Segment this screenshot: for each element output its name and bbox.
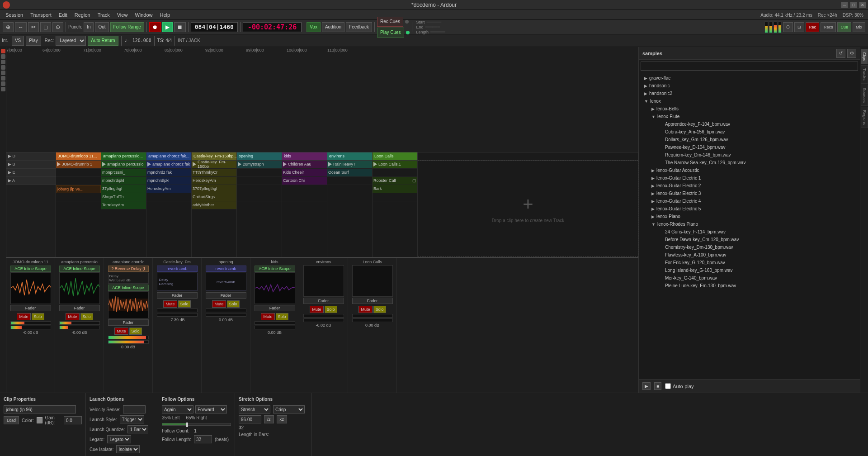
play-transport-btn[interactable]: ▶ bbox=[162, 22, 173, 32]
cue-row-D[interactable]: ▶ D bbox=[6, 152, 56, 161]
tree-item-guitar-acoustic[interactable]: lenox-Guitar Acoustic bbox=[639, 166, 860, 174]
crisp-select[interactable]: Crisp bbox=[273, 405, 305, 413]
mix-btn-right[interactable]: Mix bbox=[853, 22, 865, 32]
ch2-fader[interactable]: Fader bbox=[108, 319, 149, 326]
clip-3-5[interactable]: addyMother bbox=[192, 201, 236, 209]
tree-item-handsonic[interactable]: handsonic bbox=[639, 82, 860, 90]
tree-item-narrow-sea[interactable]: The Narrow Sea-key_Cm-126_bpm.wav bbox=[639, 159, 860, 166]
menu-transport[interactable]: Transport bbox=[27, 11, 55, 19]
rec-cues-btn[interactable]: Rec Cues bbox=[377, 17, 403, 27]
cue-btn-right[interactable]: Cue bbox=[837, 22, 851, 32]
style-select[interactable]: Trigger bbox=[120, 415, 144, 423]
clip-5-3[interactable] bbox=[282, 185, 327, 193]
clip-5-2[interactable]: Cartoon Chi bbox=[282, 177, 327, 185]
menu-edit[interactable]: Edit bbox=[55, 11, 71, 19]
left-icon-7[interactable] bbox=[1, 81, 5, 86]
punch-in-btn[interactable]: In bbox=[84, 22, 94, 32]
menu-view[interactable]: View bbox=[113, 11, 132, 19]
clip-4-1[interactable] bbox=[237, 169, 282, 177]
track-header-7[interactable]: Loon Calls bbox=[373, 152, 418, 161]
tree-item-rhodes[interactable]: lenox-Rhodes Piano bbox=[639, 220, 860, 228]
clip-3-3[interactable]: 3707plIngthgf bbox=[192, 185, 236, 193]
ch3-solo[interactable]: Solo bbox=[178, 300, 191, 308]
clip-1-1[interactable]: mpnprcssni_ bbox=[101, 169, 146, 177]
tree-item-mer-key[interactable]: Mer-key_G-140_bpm.wav bbox=[639, 274, 860, 282]
vs-btn[interactable]: VS bbox=[12, 36, 24, 46]
clip-3-1[interactable]: TTthThmkyCr bbox=[192, 169, 236, 177]
ch5-fader[interactable]: Fader bbox=[255, 305, 295, 311]
ch0-plugin[interactable]: ACE Inline Scope bbox=[10, 266, 51, 272]
play-cues-btn[interactable]: Play Cues bbox=[377, 28, 404, 38]
clip-0-1[interactable] bbox=[56, 169, 101, 177]
clip-2-4[interactable] bbox=[146, 193, 191, 201]
ch1-plugin[interactable]: ACE Inline Scope bbox=[59, 266, 100, 272]
clip-7-0[interactable]: Loon Calls.1 bbox=[373, 161, 417, 169]
samples-play-btn[interactable]: ▶ bbox=[642, 382, 651, 390]
track-header-2[interactable]: amapiano chordz fak... bbox=[146, 152, 192, 161]
auto-return-btn[interactable]: Auto Return bbox=[88, 36, 118, 46]
vel-input[interactable] bbox=[123, 405, 146, 413]
left-icon-3[interactable] bbox=[1, 60, 5, 64]
track-header-4[interactable]: opening bbox=[237, 152, 282, 161]
samples-refresh-btn[interactable]: ↺ bbox=[836, 49, 845, 58]
ch4-fader[interactable]: Fader bbox=[206, 292, 246, 299]
ch0-fader[interactable]: Fader bbox=[10, 305, 51, 311]
clip-1-3[interactable]: 37plIngthgf bbox=[101, 185, 146, 193]
clip-2-1[interactable]: mpnchrdz fak bbox=[146, 169, 191, 177]
tree-item-graver-flac[interactable]: graver-flac bbox=[639, 74, 860, 82]
ch3-mute[interactable]: Mute bbox=[163, 300, 177, 308]
clip-4-4[interactable] bbox=[237, 193, 282, 201]
clip-2-3[interactable]: HeroskeyAm bbox=[146, 185, 191, 193]
tb-right-1[interactable]: ⎔ bbox=[783, 22, 793, 32]
clip-0-0[interactable]: JOMO-drumrlp 1 bbox=[56, 161, 101, 169]
track-header-0[interactable]: JOMO-drumloop 11... bbox=[56, 152, 101, 161]
tab-tracks[interactable]: Tracks bbox=[861, 65, 868, 84]
tree-item-long-island[interactable]: Long Island-key_G-160_bpm.wav bbox=[639, 266, 860, 274]
ch5-plugin[interactable]: ACE Inline Scope bbox=[255, 266, 295, 272]
ch1-mute[interactable]: Mute bbox=[66, 313, 79, 320]
tree-item-handsonic2[interactable]: handsonic2 bbox=[639, 90, 860, 97]
ch2-solo[interactable]: Solo bbox=[129, 328, 142, 335]
clip-7-1[interactable] bbox=[373, 169, 417, 177]
stretch-select[interactable]: Stretch bbox=[239, 405, 270, 413]
tool-mode-4[interactable]: ◻ bbox=[40, 22, 51, 32]
ch0-solo[interactable]: Solo bbox=[32, 313, 44, 320]
ch4-plugin[interactable]: reverb-amb bbox=[206, 266, 246, 272]
tree-item-flawless[interactable]: Flawless-key_A-100_bpm.wav bbox=[639, 251, 860, 259]
clip-1-5[interactable]: TerrekeyAm bbox=[101, 201, 146, 209]
tb-right-2[interactable]: ⊡ bbox=[794, 22, 804, 32]
ch2-ace-plugin[interactable]: ACE Inline Scope bbox=[108, 285, 149, 291]
layered-select[interactable]: Layered bbox=[56, 36, 86, 46]
clip-6-0[interactable]: RainHeavyT bbox=[327, 161, 372, 169]
half-btn[interactable]: /2 bbox=[264, 415, 274, 423]
ch2-mute[interactable]: Mute bbox=[114, 328, 128, 335]
tree-item-chemistry[interactable]: Chemistry-key_Dm-130_bpm.wav bbox=[639, 243, 860, 251]
tree-item-apprentice[interactable]: Apprentice-key_F-104_bpm.wav bbox=[639, 120, 860, 128]
tree-item-lenox[interactable]: lenox bbox=[639, 97, 860, 105]
rec-btn-right[interactable]: Rec bbox=[806, 22, 819, 32]
ch7-solo[interactable]: Solo bbox=[373, 306, 386, 313]
clip-6-1[interactable]: Ocean Surf bbox=[327, 169, 372, 177]
drop-zone[interactable]: + Drop a clip here to create new Track bbox=[418, 161, 638, 257]
isolate-select[interactable]: Isolate bbox=[116, 445, 140, 453]
clip-0-4[interactable] bbox=[56, 193, 101, 201]
clip-4-3[interactable] bbox=[237, 185, 282, 193]
samples-search-input[interactable] bbox=[641, 62, 858, 71]
tool-mode-5[interactable]: ⊙ bbox=[52, 22, 63, 32]
tree-item-cobra[interactable]: Cobra-key_Am-156_bpm.wav bbox=[639, 128, 860, 136]
maximize-button[interactable]: □ bbox=[850, 2, 857, 8]
color-swatch[interactable] bbox=[37, 417, 42, 423]
clip-6-3[interactable] bbox=[327, 185, 372, 193]
tab-regions[interactable]: Regions bbox=[861, 107, 868, 128]
left-icon-4[interactable] bbox=[1, 65, 5, 70]
tab-sources[interactable]: Sources bbox=[861, 85, 868, 106]
stop-transport-btn[interactable]: ⏹ bbox=[174, 22, 186, 32]
feedback-btn[interactable]: Feedback bbox=[346, 22, 372, 32]
follow-action1[interactable]: Again bbox=[162, 405, 193, 413]
track-header-6[interactable]: environs bbox=[327, 152, 373, 161]
track-header-5[interactable]: kids bbox=[282, 152, 327, 161]
clip-0-3[interactable]: joburg (lp 96... bbox=[56, 185, 101, 193]
recs-btn-right[interactable]: Recs bbox=[821, 22, 836, 32]
tree-item-24guns[interactable]: 24 Guns-key_F-114_bpm.wav bbox=[639, 228, 860, 236]
cue-row-A[interactable]: ▶ A bbox=[6, 177, 56, 185]
